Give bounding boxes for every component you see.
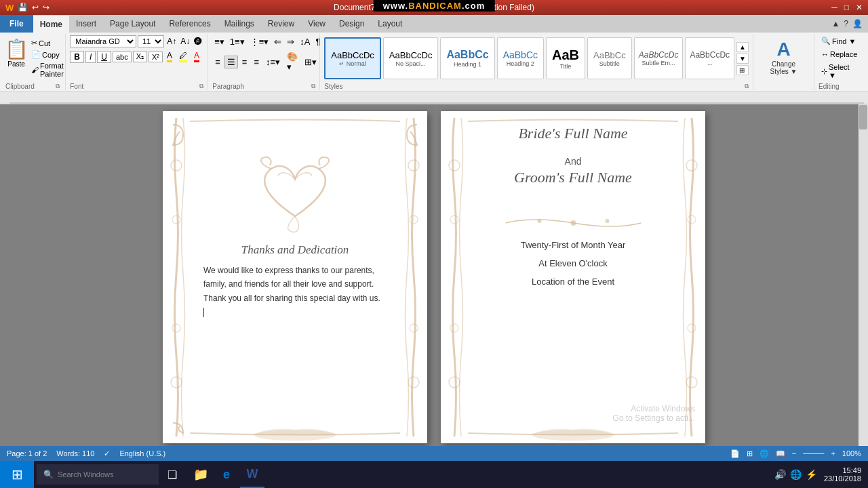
cut-button[interactable]: ✂Cut	[30, 38, 65, 48]
bullets-btn[interactable]: ≡▾	[212, 35, 226, 48]
file-tab[interactable]: File	[0, 15, 33, 33]
scrollbar-thumb[interactable]	[859, 105, 867, 129]
tab-home[interactable]: Home	[33, 15, 69, 33]
font-family-select[interactable]: Maiandra GD	[70, 35, 136, 47]
svg-point-3	[172, 216, 180, 224]
change-styles-btn[interactable]: A ChangeStyles ▼	[766, 35, 802, 79]
justify-btn[interactable]: ≡	[251, 56, 262, 68]
language-indicator[interactable]: English (U.S.)	[119, 449, 165, 458]
select-btn[interactable]: ⊹Select ▼	[818, 62, 861, 81]
paste-button[interactable]: 📋 Paste	[5, 35, 27, 70]
close-btn[interactable]: ✕	[856, 3, 863, 12]
align-center-btn[interactable]: ☰	[224, 56, 238, 68]
zoom-slider[interactable]: ────	[803, 449, 824, 458]
font-shrink-btn[interactable]: A↓	[179, 36, 191, 47]
search-icon: 🔍	[43, 470, 54, 479]
word-icon-small: W	[5, 3, 14, 13]
find-btn[interactable]: 🔍Find ▼	[818, 35, 861, 47]
tab-design[interactable]: Design	[332, 15, 371, 33]
zoom-out-btn[interactable]: −	[792, 449, 796, 458]
style-no-spacing[interactable]: AaBbCcDc No Spaci...	[383, 37, 439, 79]
zoom-in-btn[interactable]: +	[831, 449, 835, 458]
line-spacing-btn[interactable]: ↕≡▾	[263, 56, 283, 68]
clear-format-btn[interactable]: 🅐	[193, 36, 203, 47]
view-print[interactable]: 📄	[730, 449, 740, 458]
shading-btn[interactable]: 🎨▾	[284, 50, 300, 73]
quick-undo[interactable]: ↩	[32, 3, 39, 12]
view-web[interactable]: 🌐	[760, 449, 769, 458]
vertical-scrollbar[interactable]	[859, 104, 868, 446]
style-title[interactable]: AaB Title	[546, 37, 585, 79]
styles-down-btn[interactable]: ▼	[736, 54, 749, 64]
style-heading2[interactable]: AaBbCc Heading 2	[497, 37, 544, 79]
italic-btn[interactable]: I	[85, 51, 96, 63]
view-read[interactable]: 📖	[776, 449, 785, 458]
sort-btn[interactable]: ↕A	[298, 35, 312, 48]
highlight-btn[interactable]: 🖊	[176, 49, 190, 64]
start-button[interactable]: ⊞	[0, 461, 34, 488]
format-painter-button[interactable]: 🖌Format Painter	[30, 61, 65, 79]
taskbar-clock[interactable]: 15:49 23/10/2018	[824, 466, 861, 483]
strikethrough-btn[interactable]: abc	[113, 52, 132, 62]
help-icon[interactable]: ?	[844, 19, 848, 28]
align-left-btn[interactable]: ≡	[212, 56, 223, 68]
quick-redo[interactable]: ↪	[43, 3, 50, 12]
tab-review[interactable]: Review	[261, 15, 301, 33]
text-color-btn[interactable]: A	[164, 49, 175, 64]
tab-view[interactable]: View	[301, 15, 332, 33]
font-color-btn[interactable]: A	[191, 49, 202, 64]
tab-references[interactable]: References	[162, 15, 217, 33]
quick-save[interactable]: 💾	[18, 3, 28, 12]
multilevel-btn[interactable]: ⋮≡▾	[248, 35, 271, 48]
style-more[interactable]: AaBbCcDc ...	[685, 37, 734, 79]
numbering-btn[interactable]: 1≡▾	[228, 35, 247, 48]
borders-btn[interactable]: ⊞▾	[302, 56, 319, 68]
tab-layout[interactable]: Layout	[371, 15, 409, 33]
styles-more-btn[interactable]: ⊞	[736, 65, 749, 75]
restore-btn[interactable]: □	[844, 3, 849, 12]
styles-up-btn[interactable]: ▲	[736, 42, 749, 52]
word-taskbar-icon[interactable]: W	[240, 461, 264, 488]
style-heading1[interactable]: AaBbCc Heading 1	[440, 37, 494, 79]
svg-point-20	[570, 220, 576, 226]
style-subtle-em[interactable]: AaBbCcDc Subtle Em...	[634, 37, 684, 79]
svg-point-19	[537, 219, 541, 223]
decrease-indent-btn[interactable]: ⇐	[272, 35, 283, 48]
subscript-btn[interactable]: X₂	[133, 51, 147, 62]
svg-point-14	[449, 377, 460, 388]
minimize-btn[interactable]: ─	[831, 3, 837, 12]
style-subtitle[interactable]: AaBbCc Subtitle	[587, 37, 632, 79]
increase-indent-btn[interactable]: ⇒	[285, 35, 296, 48]
search-bar[interactable]: 🔍 Search Windows	[37, 464, 159, 485]
task-view-btn[interactable]: ❑	[160, 461, 184, 488]
edge-icon[interactable]: e	[214, 461, 239, 488]
tab-page-layout[interactable]: Page Layout	[103, 15, 162, 33]
font-size-select[interactable]: 11	[138, 35, 164, 47]
superscript-btn[interactable]: X²	[149, 52, 163, 62]
bold-btn[interactable]: B	[70, 51, 84, 63]
explorer-icon[interactable]: 📁	[189, 461, 213, 488]
style-normal[interactable]: AaBbCcDc ↵ Normal	[324, 37, 381, 79]
network-icon[interactable]: 🌐	[790, 469, 802, 480]
replace-btn[interactable]: ↔Replace	[818, 49, 861, 60]
underline-btn[interactable]: U	[97, 51, 111, 63]
spelling-icon[interactable]: ✓	[104, 449, 110, 458]
font-grow-btn[interactable]: A↑	[165, 36, 178, 47]
tab-mailings[interactable]: Mailings	[218, 15, 261, 33]
tab-insert[interactable]: Insert	[69, 15, 103, 33]
svg-point-16	[688, 216, 696, 224]
ribbon-collapse[interactable]: ▲	[831, 19, 840, 28]
paragraph-group: ≡▾ 1≡▾ ⋮≡▾ ⇐ ⇒ ↕A ¶ ≡ ☰ ≡ ≡ ↕≡▾ 🎨▾ ⊞▾ Pa…	[208, 34, 320, 90]
copy-button[interactable]: 📄Copy	[30, 49, 65, 60]
volume-icon[interactable]: 🔊	[774, 469, 786, 480]
battery-icon[interactable]: ⚡	[806, 469, 817, 480]
window-controls[interactable]: ─ □ ✕	[831, 3, 863, 12]
svg-point-21	[605, 219, 609, 223]
svg-point-12	[450, 216, 458, 224]
svg-point-13	[450, 324, 458, 332]
view-fullscreen[interactable]: ⊞	[747, 449, 753, 458]
taskbar-right: 🔊 🌐 ⚡ 15:49 23/10/2018	[774, 466, 868, 483]
status-bar: Page: 1 of 2 Words: 110 ✓ English (U.S.)…	[0, 446, 868, 461]
signin[interactable]: 👤	[852, 19, 863, 28]
align-right-btn[interactable]: ≡	[239, 56, 250, 68]
